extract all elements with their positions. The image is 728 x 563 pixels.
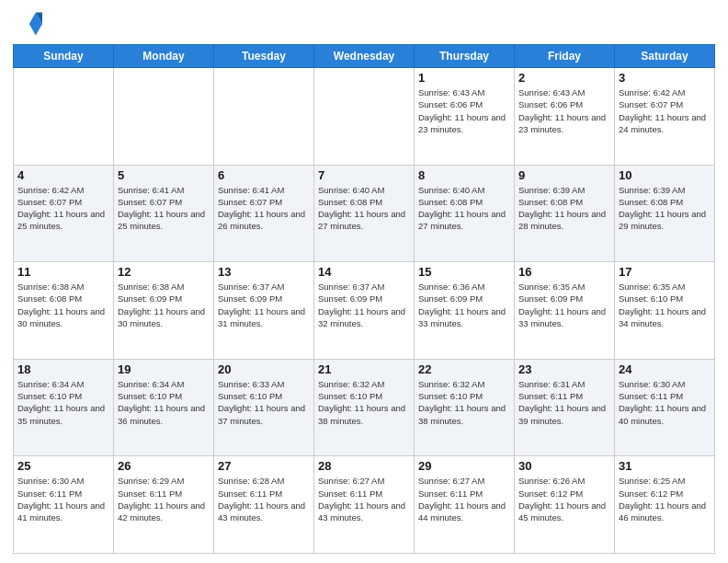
calendar-cell: 21Sunrise: 6:32 AM Sunset: 6:10 PM Dayli… — [314, 359, 415, 456]
day-info: Sunrise: 6:39 AM Sunset: 6:08 PM Dayligh… — [518, 184, 610, 233]
calendar-cell: 1Sunrise: 6:43 AM Sunset: 6:06 PM Daylig… — [415, 68, 515, 166]
day-number: 25 — [17, 459, 109, 473]
week-row-5: 25Sunrise: 6:30 AM Sunset: 6:11 PM Dayli… — [14, 456, 715, 554]
day-info: Sunrise: 6:35 AM Sunset: 6:09 PM Dayligh… — [518, 281, 610, 329]
weekday-saturday: Saturday — [615, 45, 715, 68]
day-info: Sunrise: 6:29 AM Sunset: 6:11 PM Dayligh… — [118, 475, 210, 523]
day-number: 9 — [518, 168, 610, 182]
day-number: 10 — [619, 168, 711, 182]
logo-icon — [13, 9, 42, 39]
day-info: Sunrise: 6:30 AM Sunset: 6:11 PM Dayligh… — [619, 378, 711, 427]
calendar-cell — [214, 68, 314, 166]
calendar-cell: 28Sunrise: 6:27 AM Sunset: 6:11 PM Dayli… — [314, 456, 415, 554]
day-info: Sunrise: 6:28 AM Sunset: 6:11 PM Dayligh… — [218, 475, 310, 523]
day-info: Sunrise: 6:42 AM Sunset: 6:07 PM Dayligh… — [17, 184, 109, 233]
day-info: Sunrise: 6:38 AM Sunset: 6:09 PM Dayligh… — [118, 281, 210, 329]
calendar-cell: 2Sunrise: 6:43 AM Sunset: 6:06 PM Daylig… — [515, 68, 615, 166]
calendar-cell: 18Sunrise: 6:34 AM Sunset: 6:10 PM Dayli… — [14, 359, 114, 456]
day-number: 15 — [418, 265, 510, 279]
week-row-2: 4Sunrise: 6:42 AM Sunset: 6:07 PM Daylig… — [14, 165, 715, 262]
weekday-wednesday: Wednesday — [314, 45, 415, 68]
day-number: 31 — [619, 459, 711, 473]
calendar-cell — [14, 68, 114, 166]
day-info: Sunrise: 6:34 AM Sunset: 6:10 PM Dayligh… — [118, 378, 210, 427]
day-info: Sunrise: 6:27 AM Sunset: 6:11 PM Dayligh… — [318, 475, 410, 523]
weekday-header-row: SundayMondayTuesdayWednesdayThursdayFrid… — [14, 45, 715, 68]
day-info: Sunrise: 6:26 AM Sunset: 6:12 PM Dayligh… — [518, 475, 610, 523]
calendar-cell: 17Sunrise: 6:35 AM Sunset: 6:10 PM Dayli… — [615, 262, 715, 360]
weekday-sunday: Sunday — [14, 45, 114, 68]
day-info: Sunrise: 6:31 AM Sunset: 6:11 PM Dayligh… — [518, 378, 610, 427]
calendar-cell: 12Sunrise: 6:38 AM Sunset: 6:09 PM Dayli… — [114, 262, 214, 360]
day-info: Sunrise: 6:39 AM Sunset: 6:08 PM Dayligh… — [619, 184, 711, 233]
day-number: 16 — [518, 265, 610, 279]
day-info: Sunrise: 6:27 AM Sunset: 6:11 PM Dayligh… — [418, 475, 510, 523]
calendar-cell: 25Sunrise: 6:30 AM Sunset: 6:11 PM Dayli… — [14, 456, 114, 554]
day-number: 21 — [318, 362, 410, 376]
day-number: 22 — [418, 362, 510, 376]
day-info: Sunrise: 6:41 AM Sunset: 6:07 PM Dayligh… — [218, 184, 310, 233]
weekday-friday: Friday — [515, 45, 615, 68]
calendar-cell — [314, 68, 415, 166]
day-number: 8 — [418, 168, 510, 182]
day-number: 18 — [17, 362, 109, 376]
calendar-cell: 5Sunrise: 6:41 AM Sunset: 6:07 PM Daylig… — [114, 165, 214, 262]
day-info: Sunrise: 6:40 AM Sunset: 6:08 PM Dayligh… — [318, 184, 410, 233]
day-number: 20 — [218, 362, 310, 376]
day-number: 4 — [17, 168, 109, 182]
calendar-cell: 26Sunrise: 6:29 AM Sunset: 6:11 PM Dayli… — [114, 456, 214, 554]
day-number: 5 — [118, 168, 210, 182]
day-number: 14 — [318, 265, 410, 279]
day-number: 29 — [418, 459, 510, 473]
week-row-1: 1Sunrise: 6:43 AM Sunset: 6:06 PM Daylig… — [14, 68, 715, 166]
day-info: Sunrise: 6:34 AM Sunset: 6:10 PM Dayligh… — [17, 378, 109, 427]
day-number: 23 — [518, 362, 610, 376]
day-number: 24 — [619, 362, 711, 376]
header — [13, 9, 715, 39]
day-number: 19 — [118, 362, 210, 376]
day-info: Sunrise: 6:42 AM Sunset: 6:07 PM Dayligh… — [619, 86, 711, 135]
calendar-cell: 27Sunrise: 6:28 AM Sunset: 6:11 PM Dayli… — [214, 456, 314, 554]
calendar-cell: 15Sunrise: 6:36 AM Sunset: 6:09 PM Dayli… — [415, 262, 515, 360]
day-number: 26 — [118, 459, 210, 473]
calendar-cell: 13Sunrise: 6:37 AM Sunset: 6:09 PM Dayli… — [214, 262, 314, 360]
calendar-cell: 23Sunrise: 6:31 AM Sunset: 6:11 PM Dayli… — [515, 359, 615, 456]
day-info: Sunrise: 6:43 AM Sunset: 6:06 PM Dayligh… — [418, 86, 510, 135]
day-info: Sunrise: 6:30 AM Sunset: 6:11 PM Dayligh… — [17, 475, 109, 523]
logo-area — [13, 9, 46, 39]
calendar-cell: 9Sunrise: 6:39 AM Sunset: 6:08 PM Daylig… — [515, 165, 615, 262]
calendar-cell: 4Sunrise: 6:42 AM Sunset: 6:07 PM Daylig… — [14, 165, 114, 262]
day-info: Sunrise: 6:38 AM Sunset: 6:08 PM Dayligh… — [17, 281, 109, 329]
calendar-cell: 19Sunrise: 6:34 AM Sunset: 6:10 PM Dayli… — [114, 359, 214, 456]
calendar-table: SundayMondayTuesdayWednesdayThursdayFrid… — [13, 44, 715, 554]
calendar-cell: 30Sunrise: 6:26 AM Sunset: 6:12 PM Dayli… — [515, 456, 615, 554]
day-number: 2 — [518, 71, 610, 85]
calendar-cell: 24Sunrise: 6:30 AM Sunset: 6:11 PM Dayli… — [615, 359, 715, 456]
week-row-4: 18Sunrise: 6:34 AM Sunset: 6:10 PM Dayli… — [14, 359, 715, 456]
calendar-cell: 14Sunrise: 6:37 AM Sunset: 6:09 PM Dayli… — [314, 262, 415, 360]
day-number: 28 — [318, 459, 410, 473]
calendar-cell: 3Sunrise: 6:42 AM Sunset: 6:07 PM Daylig… — [615, 68, 715, 166]
day-info: Sunrise: 6:43 AM Sunset: 6:06 PM Dayligh… — [518, 86, 610, 135]
calendar-cell: 31Sunrise: 6:25 AM Sunset: 6:12 PM Dayli… — [615, 456, 715, 554]
calendar-cell: 16Sunrise: 6:35 AM Sunset: 6:09 PM Dayli… — [515, 262, 615, 360]
day-info: Sunrise: 6:25 AM Sunset: 6:12 PM Dayligh… — [619, 475, 711, 523]
calendar-cell: 11Sunrise: 6:38 AM Sunset: 6:08 PM Dayli… — [14, 262, 114, 360]
weekday-thursday: Thursday — [415, 45, 515, 68]
day-info: Sunrise: 6:32 AM Sunset: 6:10 PM Dayligh… — [418, 378, 510, 427]
calendar-cell: 22Sunrise: 6:32 AM Sunset: 6:10 PM Dayli… — [415, 359, 515, 456]
day-number: 27 — [218, 459, 310, 473]
day-info: Sunrise: 6:37 AM Sunset: 6:09 PM Dayligh… — [218, 281, 310, 329]
day-info: Sunrise: 6:37 AM Sunset: 6:09 PM Dayligh… — [318, 281, 410, 329]
day-number: 6 — [218, 168, 310, 182]
day-info: Sunrise: 6:41 AM Sunset: 6:07 PM Dayligh… — [118, 184, 210, 233]
page: SundayMondayTuesdayWednesdayThursdayFrid… — [0, 0, 728, 563]
day-number: 3 — [619, 71, 711, 85]
calendar-cell — [114, 68, 214, 166]
day-info: Sunrise: 6:40 AM Sunset: 6:08 PM Dayligh… — [418, 184, 510, 233]
day-info: Sunrise: 6:33 AM Sunset: 6:10 PM Dayligh… — [218, 378, 310, 427]
weekday-monday: Monday — [114, 45, 214, 68]
day-number: 12 — [118, 265, 210, 279]
day-number: 7 — [318, 168, 410, 182]
day-number: 11 — [17, 265, 109, 279]
